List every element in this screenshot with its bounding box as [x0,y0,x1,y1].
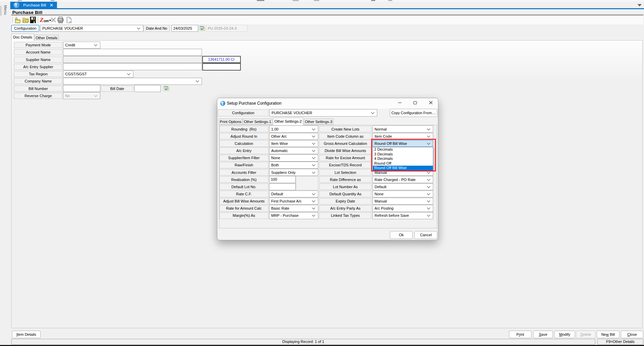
svg-text:L: L [15,3,18,7]
svg-text:a: a [69,20,71,23]
svg-text:L: L [221,101,224,106]
